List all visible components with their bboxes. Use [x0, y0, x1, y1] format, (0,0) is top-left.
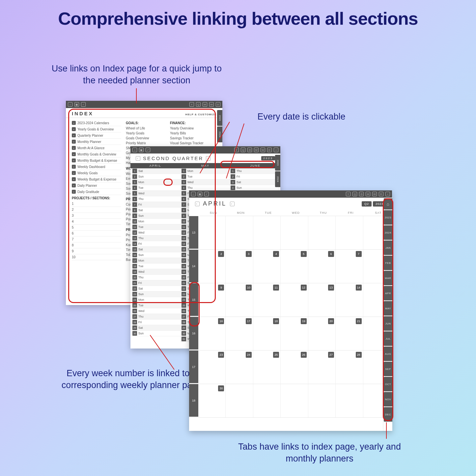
- w-icon[interactable]: W: [372, 192, 377, 196]
- index-link[interactable]: Wheel of Life: [126, 126, 165, 131]
- month-tab[interactable]: AUG: [384, 347, 392, 361]
- date-row[interactable]: 15Sat: [132, 247, 181, 252]
- date-row[interactable]: 4Tue: [132, 185, 181, 191]
- index-link[interactable]: Yearly Bills: [170, 131, 216, 136]
- month-tab[interactable]: OCT: [384, 377, 392, 391]
- date-row[interactable]: 24Mon: [132, 297, 181, 303]
- nav-icon[interactable]: ▣: [74, 102, 79, 107]
- index-link[interactable]: ▪Weekly Dashboard: [72, 164, 121, 170]
- index-link[interactable]: Yearly Goals: [126, 131, 165, 136]
- date-row[interactable]: 1Thu: [230, 168, 279, 174]
- month-tab[interactable]: JUL: [384, 331, 392, 346]
- date-row[interactable]: 4Thu: [181, 185, 230, 191]
- home-icon[interactable]: ⌂: [68, 102, 72, 107]
- project-slot[interactable]: 7: [72, 237, 121, 242]
- date-row[interactable]: 19Wed: [132, 269, 181, 275]
- month-tab[interactable]: FEB: [384, 256, 392, 270]
- day-cell[interactable]: 19: [281, 317, 308, 350]
- prev-button[interactable]: ‹: [195, 202, 200, 206]
- home-icon[interactable]: ⌂: [132, 148, 137, 152]
- g-icon[interactable]: ◎: [359, 192, 364, 196]
- day-cell[interactable]: 6: [308, 250, 336, 283]
- check-icon[interactable]: ✓: [81, 102, 86, 107]
- date-row[interactable]: 10Mon: [132, 219, 181, 224]
- day-cell[interactable]: 30: [198, 384, 226, 417]
- day-cell[interactable]: 11: [253, 283, 281, 317]
- w-icon[interactable]: W: [261, 148, 265, 152]
- week-number[interactable]: 15: [189, 283, 198, 317]
- month-tab[interactable]: SEP: [384, 362, 392, 376]
- date-row[interactable]: 8Sat: [132, 208, 181, 213]
- date-row[interactable]: 30Sun: [132, 331, 181, 336]
- date-row[interactable]: 17Mon: [132, 258, 181, 264]
- m-icon[interactable]: M: [366, 192, 370, 196]
- index-link[interactable]: Goals Overview: [126, 136, 165, 141]
- date-row[interactable]: 1Sat: [132, 168, 181, 174]
- q-pill[interactable]: Q2: [362, 201, 372, 207]
- q-icon[interactable]: Q: [241, 148, 245, 152]
- month-tab[interactable]: JUN: [384, 316, 392, 331]
- index-link[interactable]: ▪Monthly Planner: [72, 139, 121, 145]
- day-cell[interactable]: 25: [253, 350, 281, 384]
- day-cell[interactable]: 3: [226, 250, 253, 283]
- project-slot[interactable]: 6: [72, 231, 121, 237]
- index-link[interactable]: Yearly Overview: [170, 126, 216, 131]
- day-cell[interactable]: 13: [308, 283, 336, 317]
- date-row[interactable]: 4Sun: [230, 185, 279, 191]
- date-row[interactable]: 11Tue: [132, 224, 181, 230]
- year-tab[interactable]: 2023: [217, 110, 222, 126]
- day-cell[interactable]: 14: [336, 283, 363, 317]
- day-cell[interactable]: 2: [198, 250, 226, 283]
- date-row[interactable]: 2Fri: [230, 174, 279, 180]
- day-cell[interactable]: 21: [336, 317, 363, 350]
- day-cell[interactable]: 23: [198, 350, 226, 384]
- home-tab[interactable]: ⌂: [384, 198, 392, 210]
- q-icon[interactable]: Q: [352, 192, 357, 196]
- index-link[interactable]: ▪Quarterly Planner: [72, 132, 121, 139]
- index-link[interactable]: Visual Savings Tracker: [170, 141, 216, 146]
- check-icon[interactable]: ✓: [146, 148, 150, 152]
- day-cell[interactable]: 27: [308, 350, 336, 384]
- date-row[interactable]: 23Sun: [132, 292, 181, 297]
- date-row[interactable]: 27Thu: [132, 314, 181, 320]
- date-row[interactable]: 25Tue: [132, 303, 181, 308]
- date-row[interactable]: 7Fri: [132, 202, 181, 208]
- day-cell[interactable]: 16: [198, 317, 226, 350]
- index-link[interactable]: ▪Yearly Goals & Overview: [72, 126, 121, 132]
- index-link[interactable]: Savings Tracker: [170, 136, 216, 141]
- month-tab[interactable]: MAY: [384, 301, 392, 316]
- m-icon[interactable]: M: [254, 148, 259, 152]
- week-number[interactable]: 14: [189, 250, 198, 283]
- y-icon[interactable]: Y: [189, 102, 194, 107]
- back-icon[interactable]: <: [274, 148, 278, 152]
- date-row[interactable]: 12Wed: [132, 230, 181, 236]
- year-tab[interactable]: 2024: [384, 225, 392, 240]
- date-row[interactable]: 16Sun: [132, 252, 181, 258]
- date-row[interactable]: 14Fri: [132, 241, 181, 247]
- project-slot[interactable]: 10: [72, 254, 121, 260]
- check-icon[interactable]: ✓: [204, 192, 209, 196]
- project-slot[interactable]: 4: [72, 219, 121, 225]
- day-cell[interactable]: 18: [253, 317, 281, 350]
- index-link[interactable]: ▪Daily Planner: [72, 182, 121, 189]
- home-icon[interactable]: ⌂: [191, 192, 196, 196]
- month-tab[interactable]: APR: [384, 286, 392, 300]
- day-cell[interactable]: 17: [226, 317, 253, 350]
- day-cell[interactable]: 26: [281, 350, 308, 384]
- project-slot[interactable]: 1: [72, 201, 121, 207]
- w-icon[interactable]: W: [209, 102, 214, 107]
- help-link[interactable]: HELP & CUSTOMIZE: [185, 113, 216, 116]
- next-button[interactable]: ›: [230, 202, 235, 206]
- index-link[interactable]: ▪Daily Gratitude: [72, 189, 121, 195]
- day-cell[interactable]: 24: [226, 350, 253, 384]
- date-row[interactable]: 2Tue: [181, 174, 230, 180]
- date-row[interactable]: 9Sun: [132, 213, 181, 219]
- year-pill[interactable]: 2023: [261, 156, 275, 160]
- day-cell[interactable]: 20: [308, 317, 336, 350]
- date-row[interactable]: 18Tue: [132, 264, 181, 269]
- index-link[interactable]: Priority Matrix: [126, 141, 165, 146]
- index-link[interactable]: ▪2023-2024 Calendars: [72, 120, 121, 126]
- prev-button[interactable]: ‹: [136, 156, 140, 161]
- y-icon[interactable]: Y: [346, 192, 350, 196]
- date-row[interactable]: 3Mon: [132, 180, 181, 185]
